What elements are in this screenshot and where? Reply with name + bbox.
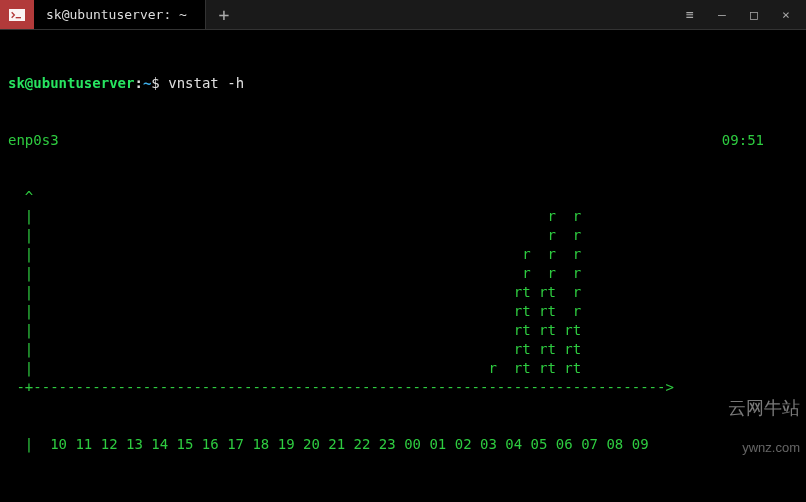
terminal-viewport[interactable]: sk@ubuntuserver:~$ vnstat -h enp0s3 09:5… <box>0 30 806 502</box>
minimize-button[interactable]: — <box>714 7 730 23</box>
ascii-chart: ^ | r r | r r | <box>8 188 798 397</box>
prompt-colon: : <box>134 75 142 91</box>
prompt-host: ubuntuserver <box>33 75 134 91</box>
blank-line <box>8 492 798 502</box>
plus-icon: + <box>218 5 229 24</box>
prompt-dollar: $ <box>151 75 159 91</box>
interface-name: enp0s3 <box>8 131 59 150</box>
tab-title: sk@ubuntuserver: ~ <box>46 5 187 24</box>
current-time: 09:51 <box>722 131 798 150</box>
maximize-button[interactable]: □ <box>746 7 762 23</box>
app-icon[interactable] <box>0 0 34 29</box>
prompt-user: sk <box>8 75 25 91</box>
window-titlebar: sk@ubuntuserver: ~ + ≡ — □ × <box>0 0 806 30</box>
command-text: vnstat -h <box>168 75 244 91</box>
watermark-cn: 云网牛站 <box>728 398 800 418</box>
hamburger-icon[interactable]: ≡ <box>682 7 698 23</box>
hours-axis: | 10 11 12 13 14 15 16 17 18 19 20 21 22… <box>8 435 798 454</box>
interface-time-row: enp0s3 09:51 <box>8 131 798 150</box>
close-button[interactable]: × <box>778 7 794 23</box>
terminal-icon <box>9 9 25 21</box>
prompt-line-1: sk@ubuntuserver:~$ vnstat -h <box>8 74 798 93</box>
tab-active[interactable]: sk@ubuntuserver: ~ <box>34 0 206 29</box>
new-tab-button[interactable]: + <box>206 0 242 29</box>
window-controls: ≡ — □ × <box>674 0 806 29</box>
tab-strip: sk@ubuntuserver: ~ + <box>0 0 674 29</box>
svg-rect-0 <box>9 9 25 21</box>
